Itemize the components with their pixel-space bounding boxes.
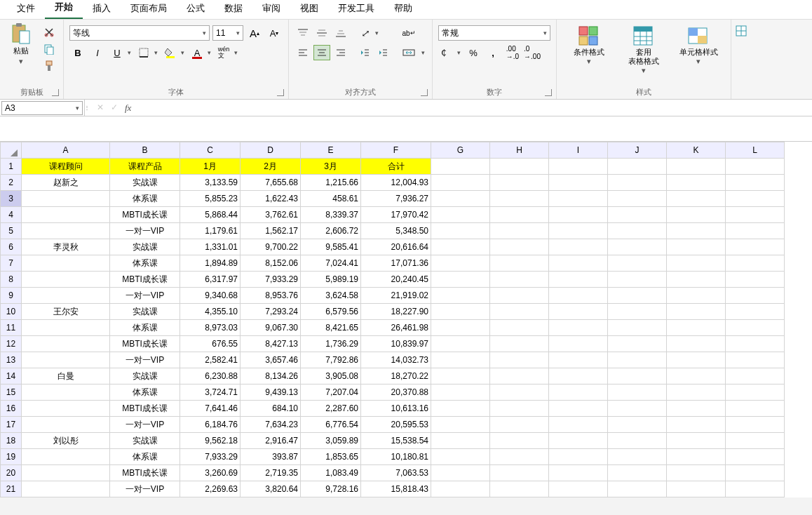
cell-G19[interactable] <box>431 449 490 465</box>
fx-button[interactable]: fx <box>125 102 131 114</box>
cell-G7[interactable] <box>431 255 490 272</box>
cell-H3[interactable] <box>490 191 549 207</box>
fill-dropdown[interactable]: ▾ <box>179 45 186 60</box>
row-header-21[interactable]: 21 <box>1 481 22 497</box>
row-header-16[interactable]: 16 <box>1 401 22 417</box>
cell-G17[interactable] <box>431 417 490 433</box>
cell-D14[interactable]: 8,134.26 <box>241 368 301 384</box>
cell-K20[interactable] <box>667 465 726 481</box>
cell-I17[interactable] <box>549 417 608 433</box>
cell-J14[interactable] <box>608 368 667 384</box>
cell-A17[interactable] <box>22 417 110 433</box>
cell-F14[interactable]: 18,270.22 <box>361 368 431 384</box>
cell-C7[interactable]: 1,894.89 <box>180 255 241 272</box>
cell-H6[interactable] <box>490 239 549 255</box>
cell-E13[interactable]: 7,792.86 <box>301 352 361 368</box>
cell-F17[interactable]: 20,595.53 <box>361 417 431 433</box>
cell-C3[interactable]: 5,855.23 <box>180 191 241 207</box>
cell-F1[interactable]: 合计 <box>361 159 431 175</box>
align-right-button[interactable] <box>332 45 349 60</box>
cell-E15[interactable]: 7,207.04 <box>301 384 361 401</box>
cell-A20[interactable] <box>22 465 110 481</box>
cell-C19[interactable]: 7,933.29 <box>180 449 241 465</box>
cell-G12[interactable] <box>431 336 490 352</box>
cell-B14[interactable]: 实战课 <box>110 368 180 384</box>
cell-I18[interactable] <box>549 433 608 449</box>
cell-K16[interactable] <box>667 401 726 417</box>
cell-L21[interactable] <box>726 481 785 497</box>
cell-H13[interactable] <box>490 352 549 368</box>
cell-D5[interactable]: 1,562.17 <box>241 223 301 239</box>
row-header-15[interactable]: 15 <box>1 384 22 401</box>
cell-F9[interactable]: 21,919.02 <box>361 288 431 304</box>
cell-I2[interactable] <box>549 175 608 191</box>
cell-B2[interactable]: 实战课 <box>110 175 180 191</box>
cell-F6[interactable]: 20,616.64 <box>361 239 431 255</box>
row-header-12[interactable]: 12 <box>1 336 22 352</box>
cell-H16[interactable] <box>490 401 549 417</box>
cell-A19[interactable] <box>22 449 110 465</box>
align-left-button[interactable] <box>295 45 311 60</box>
cell-F7[interactable]: 17,071.36 <box>361 255 431 272</box>
cell-D11[interactable]: 9,067.30 <box>241 320 301 336</box>
cell-F19[interactable]: 10,180.81 <box>361 449 431 465</box>
cell-G3[interactable] <box>431 191 490 207</box>
cell-B12[interactable]: MBTI成长课 <box>110 336 180 352</box>
col-header-J[interactable]: J <box>608 142 667 159</box>
cell-L13[interactable] <box>726 352 785 368</box>
cell-I12[interactable] <box>549 336 608 352</box>
row-header-2[interactable]: 2 <box>1 175 22 191</box>
cell-H5[interactable] <box>490 223 549 239</box>
cell-B21[interactable]: 一对一VIP <box>110 481 180 497</box>
cell-C17[interactable]: 6,184.76 <box>180 417 241 433</box>
col-header-G[interactable]: G <box>431 142 490 159</box>
row-header-4[interactable]: 4 <box>1 207 22 223</box>
cell-B17[interactable]: 一对一VIP <box>110 417 180 433</box>
tab-file[interactable]: 文件 <box>7 0 45 19</box>
cell-G4[interactable] <box>431 207 490 223</box>
cell-F16[interactable]: 10,613.16 <box>361 401 431 417</box>
cell-L7[interactable] <box>726 255 785 272</box>
cell-K4[interactable] <box>667 207 726 223</box>
cell-E8[interactable]: 5,989.19 <box>301 272 361 288</box>
cell-B9[interactable]: 一对一VIP <box>110 288 180 304</box>
col-header-B[interactable]: B <box>110 142 180 159</box>
copy-button[interactable] <box>42 42 56 56</box>
font-color-dropdown[interactable]: ▾ <box>205 45 212 60</box>
cell-J8[interactable] <box>608 272 667 288</box>
worksheet[interactable]: ABCDEFGHIJKL1课程顾问课程产品1月2月3月合计2赵新之实战课3,13… <box>0 142 812 497</box>
row-header-11[interactable]: 11 <box>1 320 22 336</box>
cell-J1[interactable] <box>608 159 667 175</box>
cell-A21[interactable] <box>22 481 110 497</box>
border-dropdown[interactable]: ▾ <box>152 45 159 60</box>
cell-I21[interactable] <box>549 481 608 497</box>
row-header-13[interactable]: 13 <box>1 352 22 368</box>
row-header-1[interactable]: 1 <box>1 159 22 175</box>
cell-A12[interactable] <box>22 336 110 352</box>
cell-L2[interactable] <box>726 175 785 191</box>
number-launcher[interactable] <box>545 89 552 96</box>
cell-J13[interactable] <box>608 352 667 368</box>
cell-I11[interactable] <box>549 320 608 336</box>
merge-dropdown[interactable]: ▾ <box>419 45 426 60</box>
cell-J20[interactable] <box>608 465 667 481</box>
wrap-text-button[interactable]: ab↵ <box>398 25 419 41</box>
cell-H21[interactable] <box>490 481 549 497</box>
accounting-dropdown[interactable]: ▾ <box>455 45 462 60</box>
font-name-combo[interactable]: 等线▾ <box>69 25 210 41</box>
cell-C2[interactable]: 3,133.59 <box>180 175 241 191</box>
cell-B20[interactable]: MBTI成长课 <box>110 465 180 481</box>
shrink-font-button[interactable]: A▾ <box>266 25 283 41</box>
col-header-H[interactable]: H <box>490 142 549 159</box>
cell-A13[interactable] <box>22 352 110 368</box>
cell-E12[interactable]: 1,736.29 <box>301 336 361 352</box>
percent-button[interactable]: % <box>465 45 482 60</box>
orientation-button[interactable]: ⤢ <box>356 25 373 41</box>
cell-K3[interactable] <box>667 191 726 207</box>
cell-E16[interactable]: 2,287.60 <box>301 401 361 417</box>
format-painter-button[interactable] <box>42 59 56 73</box>
cell-G9[interactable] <box>431 288 490 304</box>
cell-J2[interactable] <box>608 175 667 191</box>
fill-color-button[interactable] <box>162 45 179 60</box>
cell-J5[interactable] <box>608 223 667 239</box>
